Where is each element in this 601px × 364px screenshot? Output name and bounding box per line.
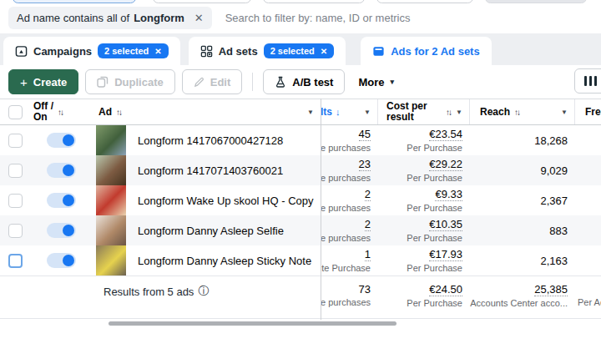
ad-name[interactable]: Longform Danny Asleep Sticky Note [138, 255, 311, 267]
table-row[interactable]: Longform 1417067000427128 45bsite purcha… [0, 125, 601, 155]
sort-icon[interactable]: ↑↓ [116, 108, 121, 117]
header-cost-per-result[interactable]: Cost perresult ↑↓▼ [377, 99, 469, 124]
results-value[interactable]: 2 [365, 218, 371, 231]
header-frequency[interactable]: Freque [574, 99, 601, 124]
tab-campaigns-badge[interactable]: 2 selected ✕ [98, 43, 169, 58]
ad-thumbnail [96, 185, 126, 215]
edit-button[interactable]: Edit [182, 69, 243, 94]
dropdown-icon[interactable]: ▼ [364, 109, 371, 116]
table-row[interactable]: Longform 1417071403760021 23bsite purcha… [0, 155, 601, 185]
cost-value[interactable]: €23.54 [429, 128, 462, 141]
results-value[interactable]: 45 [359, 128, 371, 141]
clipped-pill[interactable] [263, 0, 365, 3]
ab-test-button[interactable]: A/B test [263, 69, 345, 94]
tab-adsets-label: Ad sets [219, 45, 258, 58]
header-results[interactable]: lts↓ ▼ [321, 106, 377, 118]
results-value[interactable]: 1 [365, 248, 371, 261]
dropdown-icon[interactable]: ▼ [456, 109, 462, 116]
summary-cost[interactable]: €24.50 [429, 283, 462, 296]
clipped-pill[interactable] [153, 0, 251, 3]
columns-icon [584, 76, 587, 86]
badge-close-icon[interactable]: ✕ [154, 47, 161, 56]
reach-value: 9,029 [540, 164, 568, 177]
ad-name[interactable]: Longform Danny Asleep Selfie [138, 225, 284, 237]
results-value[interactable]: 23 [359, 158, 371, 171]
cost-sublabel: Per Purchase [407, 233, 462, 243]
info-icon[interactable]: ⓘ [198, 284, 209, 299]
action-toolbar: + Create Duplicate Edit A/B test More ▾ [0, 65, 601, 99]
row-checkbox[interactable] [8, 194, 23, 208]
tab-adsets-badge[interactable]: 2 selected ✕ [264, 43, 335, 58]
ad-name[interactable]: Longform 1417071403760021 [138, 164, 283, 177]
cost-value[interactable]: €9.33 [435, 188, 462, 201]
table-row[interactable]: Longform Danny Asleep Sticky Note 1ebsit… [0, 245, 601, 276]
dropdown-icon[interactable]: ▼ [561, 109, 568, 116]
ad-name[interactable]: Longform Wake Up skool HQ - Copy [138, 195, 313, 207]
table-row[interactable]: Longform Danny Asleep Selfie 2bsite purc… [0, 215, 601, 245]
dropdown-icon[interactable]: ▼ [307, 109, 314, 116]
table-row[interactable]: Longform Wake Up skool HQ - Copy 2bsite … [0, 185, 601, 215]
adsets-icon [200, 45, 213, 58]
tab-adsets[interactable]: Ad sets 2 selected ✕ [189, 37, 346, 65]
cost-sublabel: Per Purchase [407, 263, 462, 273]
status-toggle[interactable] [47, 193, 76, 208]
tab-ads[interactable]: Ads for 2 Ad sets [361, 37, 491, 65]
header-off-on[interactable]: Off /On ↑↓ [30, 101, 92, 123]
row-checkbox[interactable] [8, 164, 23, 178]
sort-icon[interactable]: ↑↓ [514, 108, 519, 117]
ads-manager-window: Ad name contains all of Longform ✕ Campa… [0, 0, 601, 364]
summary-reach-sublabel: Accounts Center acco... [470, 298, 568, 308]
header-ad[interactable]: Ad↑↓ ▼ [92, 106, 321, 118]
cost-sublabel: Per Purchase [407, 173, 462, 183]
cost-value[interactable]: €10.35 [429, 218, 462, 231]
duplicate-label: Duplicate [114, 76, 164, 88]
select-all-checkbox[interactable] [8, 105, 23, 119]
clipped-pill[interactable] [376, 0, 473, 3]
summary-results: 73 [359, 283, 371, 296]
status-toggle[interactable] [47, 223, 76, 238]
horizontal-scrollbar[interactable] [109, 321, 396, 326]
status-toggle[interactable] [47, 133, 76, 148]
ab-test-flask-icon [275, 76, 286, 88]
row-checkbox[interactable] [8, 254, 23, 268]
reach-value: 18,268 [534, 134, 568, 147]
filter-chip-close-icon[interactable]: ✕ [194, 12, 204, 24]
reach-value: 2,163 [540, 255, 568, 267]
badge-count: 2 selected [104, 46, 149, 56]
row-checkbox[interactable] [8, 224, 23, 238]
tab-campaigns[interactable]: Campaigns 2 selected ✕ [3, 37, 180, 65]
sort-icon[interactable]: ↑↓ [58, 108, 63, 117]
clipped-pill[interactable] [485, 0, 587, 3]
reach-value: 883 [549, 225, 568, 237]
results-sublabel: bsite purchases [321, 173, 371, 183]
row-checkbox[interactable] [8, 134, 23, 148]
reach-column-label: Reach [480, 106, 510, 118]
frequency-cell [574, 215, 601, 245]
more-label: More [358, 76, 384, 88]
summary-label-wrap: Results from 5 ads ⓘ [104, 284, 209, 299]
filter-chip[interactable]: Ad name contains all of Longform ✕ [8, 7, 212, 29]
results-value[interactable]: 2 [365, 188, 371, 201]
cost-value[interactable]: €29.22 [429, 158, 462, 171]
level-tab-bar: Campaigns 2 selected ✕ Ad sets 2 selecte… [0, 33, 601, 65]
header-reach[interactable]: Reach↑↓ ▼ [469, 99, 574, 124]
cost-value[interactable]: €17.93 [429, 248, 462, 261]
status-toggle[interactable] [47, 163, 76, 178]
summary-reach[interactable]: 25,385 [534, 283, 568, 296]
create-button[interactable]: + Create [8, 69, 78, 94]
more-button[interactable]: More ▾ [351, 69, 401, 94]
badge-count: 2 selected [270, 46, 315, 56]
cost-sublabel: Per Purchase [407, 143, 462, 153]
search-input[interactable] [225, 12, 501, 24]
header-select-all[interactable] [0, 105, 30, 119]
columns-button[interactable] [574, 68, 601, 94]
results-sublabel: bsite purchases [321, 143, 371, 153]
toggle-knob [63, 225, 74, 236]
ad-name[interactable]: Longform 1417067000427128 [138, 134, 283, 147]
badge-close-icon[interactable]: ✕ [321, 47, 327, 56]
duplicate-button[interactable]: Duplicate [85, 69, 175, 94]
sort-icon[interactable]: ↑↓ [446, 108, 451, 117]
clipped-pill[interactable] [13, 0, 136, 3]
toolbar-divider [252, 73, 253, 91]
status-toggle[interactable] [47, 253, 76, 268]
